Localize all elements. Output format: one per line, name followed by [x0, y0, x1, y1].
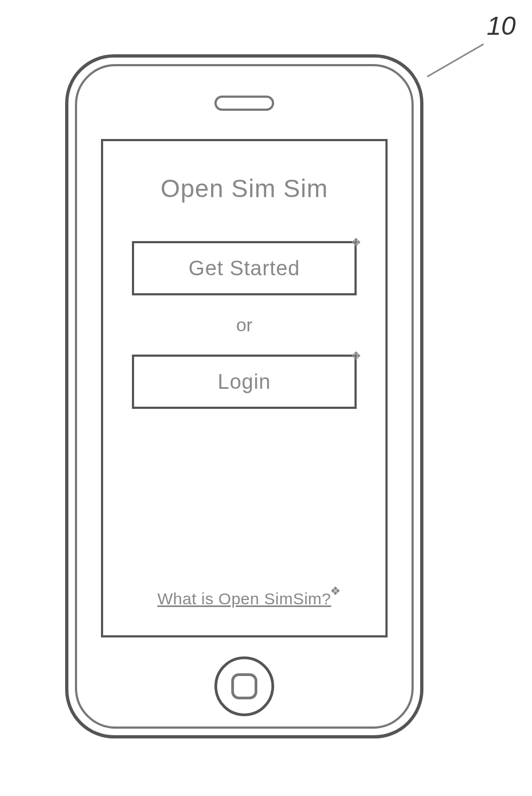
home-button-icon [231, 673, 257, 699]
login-button[interactable]: Login ❖ [132, 355, 357, 409]
annotation-mark-icon: ❖ [330, 584, 341, 598]
callout-leader-line [427, 43, 499, 104]
app-title: Open Sim Sim [161, 174, 328, 203]
annotation-mark-icon: ❖ [351, 349, 362, 363]
callout-label-10: 10 [487, 11, 516, 41]
home-button[interactable] [214, 656, 274, 716]
app-screen: Open Sim Sim Get Started ❖ or Login ❖ Wh… [101, 139, 388, 637]
or-divider: or [236, 314, 252, 336]
get-started-button[interactable]: Get Started ❖ [132, 241, 357, 295]
help-link-label: What is Open SimSim? [157, 590, 331, 608]
annotation-mark-icon: ❖ [351, 236, 362, 250]
phone-device-frame: Open Sim Sim Get Started ❖ or Login ❖ Wh… [65, 54, 423, 738]
get-started-button-label: Get Started [188, 257, 300, 280]
help-link[interactable]: What is Open SimSim? ❖ [157, 590, 331, 608]
login-button-label: Login [218, 370, 271, 394]
phone-speaker-icon [214, 96, 274, 111]
